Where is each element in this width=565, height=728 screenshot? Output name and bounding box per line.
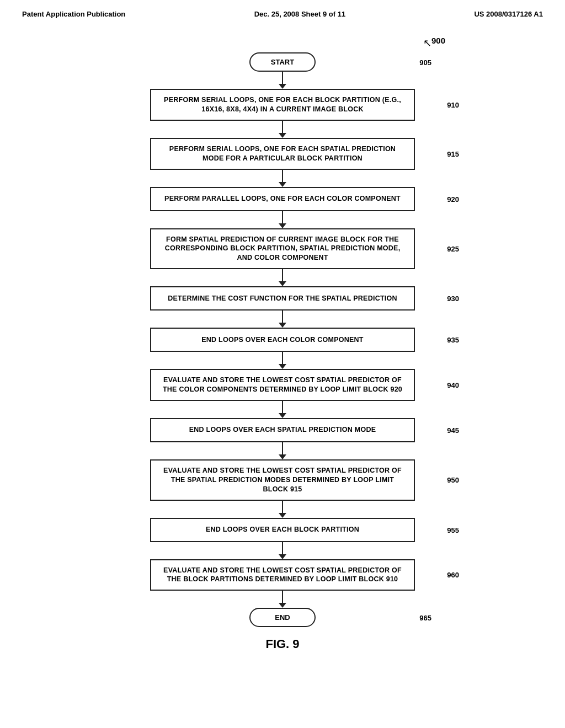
node-930: DETERMINE THE COST FUNCTION FOR THE SPAT… xyxy=(89,286,476,311)
label-925: 925 xyxy=(447,244,459,253)
label-950: 950 xyxy=(447,476,459,484)
node-start: START 905 xyxy=(89,52,476,72)
box-955: END LOOPS OVER EACH BLOCK PARTITION xyxy=(150,518,415,542)
node-955: END LOOPS OVER EACH BLOCK PARTITION 955 xyxy=(89,518,476,542)
header-middle: Dec. 25, 2008 Sheet 9 of 11 xyxy=(254,10,345,18)
header-left: Patent Application Publication xyxy=(22,10,125,18)
label-910: 910 xyxy=(447,100,459,109)
node-910: PERFORM SERIAL LOOPS, ONE FOR EACH BLOCK… xyxy=(89,89,476,121)
box-960: EVALUATE AND STORE THE LOWEST COST SPATI… xyxy=(150,559,415,591)
node-940: EVALUATE AND STORE THE LOWEST COST SPATI… xyxy=(89,369,476,401)
box-935: END LOOPS OVER EACH COLOR COMPONENT xyxy=(150,328,415,352)
diagram-container: 900 ↖ START 905 PERFORM SERIAL LOOPS, ON… xyxy=(0,24,565,668)
node-920: PERFORM PARALLEL LOOPS, ONE FOR EACH COL… xyxy=(89,187,476,211)
box-915: PERFORM SERIAL LOOPS, ONE FOR EACH SPATI… xyxy=(150,138,415,170)
label-915: 915 xyxy=(447,149,459,158)
node-935: END LOOPS OVER EACH COLOR COMPONENT 935 xyxy=(89,328,476,352)
arrow-900-icon: ↖ xyxy=(423,37,431,49)
label-935: 935 xyxy=(447,336,459,344)
box-945: END LOOPS OVER EACH SPATIAL PREDICTION M… xyxy=(150,418,415,442)
header-right: US 2008/0317126 A1 xyxy=(474,10,543,18)
label-920: 920 xyxy=(447,195,459,203)
box-910: PERFORM SERIAL LOOPS, ONE FOR EACH BLOCK… xyxy=(150,89,415,121)
label-930: 930 xyxy=(447,295,459,303)
figure-label: FIG. 9 xyxy=(265,637,299,651)
box-925: FORM SPATIAL PREDICTION OF CURRENT IMAGE… xyxy=(150,228,415,270)
box-920: PERFORM PARALLEL LOOPS, ONE FOR EACH COL… xyxy=(150,187,415,211)
label-965: 965 xyxy=(419,613,431,622)
label-945: 945 xyxy=(447,426,459,434)
node-950: EVALUATE AND STORE THE LOWEST COST SPATI… xyxy=(89,459,476,501)
node-915: PERFORM SERIAL LOOPS, ONE FOR EACH SPATI… xyxy=(89,138,476,170)
box-950: EVALUATE AND STORE THE LOWEST COST SPATI… xyxy=(150,459,415,501)
label-940: 940 xyxy=(447,381,459,389)
label-900: 900 xyxy=(431,36,445,45)
page-header: Patent Application Publication Dec. 25, … xyxy=(0,0,565,24)
box-940: EVALUATE AND STORE THE LOWEST COST SPATI… xyxy=(150,369,415,401)
node-925: FORM SPATIAL PREDICTION OF CURRENT IMAGE… xyxy=(89,228,476,270)
flowchart: START 905 PERFORM SERIAL LOOPS, ONE FOR … xyxy=(89,52,476,627)
label-955: 955 xyxy=(447,526,459,534)
label-905: 905 xyxy=(419,58,431,66)
node-end: END 965 xyxy=(89,608,476,627)
label-960: 960 xyxy=(447,571,459,579)
end-box: END xyxy=(249,608,316,627)
node-945: END LOOPS OVER EACH SPATIAL PREDICTION M… xyxy=(89,418,476,442)
box-930: DETERMINE THE COST FUNCTION FOR THE SPAT… xyxy=(150,286,415,311)
node-960: EVALUATE AND STORE THE LOWEST COST SPATI… xyxy=(89,559,476,591)
start-box: START xyxy=(249,52,316,72)
